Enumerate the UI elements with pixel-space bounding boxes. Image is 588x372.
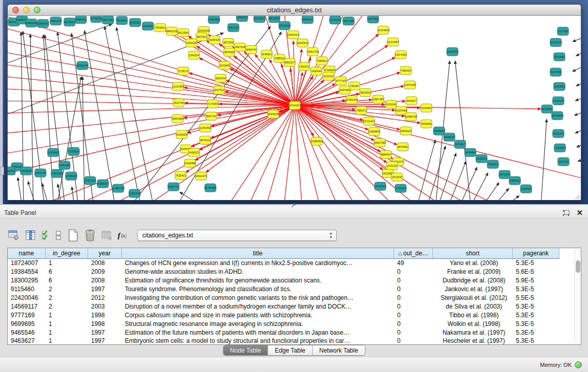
graph-node[interactable]: 8938928 xyxy=(444,133,455,141)
column-header-out_de[interactable]: △out_de… xyxy=(394,248,433,259)
table-row[interactable]: 2242004622012Investigating the contribut… xyxy=(8,294,574,302)
graph-node[interactable]: 12213589 xyxy=(172,82,184,91)
column-header-name[interactable]: name xyxy=(8,248,46,259)
graph-node[interactable]: 8466160 xyxy=(302,16,313,24)
graph-node[interactable]: 9777169 xyxy=(335,77,346,85)
graph-node[interactable]: 11451944 xyxy=(51,169,63,178)
graph-node[interactable]: 15278021 xyxy=(63,18,75,26)
float-panel-icon[interactable] xyxy=(562,210,570,216)
graph-node[interactable]: 10053237 xyxy=(129,18,141,27)
tab-edge-table[interactable]: Edge Table xyxy=(268,345,312,355)
graph-node[interactable]: 7955812 xyxy=(316,57,328,65)
graph-node[interactable]: 9699695 xyxy=(421,120,432,128)
graph-node[interactable]: 12444157 xyxy=(552,97,564,105)
graph-node[interactable]: 12505185 xyxy=(65,172,77,180)
zoom-button[interactable] xyxy=(34,7,40,13)
graph-node[interactable]: 7857224 xyxy=(228,24,239,32)
graph-node[interactable]: 19654923 xyxy=(400,127,411,135)
graph-node[interactable]: 16154808 xyxy=(377,26,389,34)
graph-node[interactable]: 8822037 xyxy=(284,58,295,67)
delete-table-button[interactable] xyxy=(100,229,114,242)
graph-node[interactable]: 18640910 xyxy=(296,39,308,47)
new-table-button[interactable] xyxy=(67,229,80,242)
graph-hub-node[interactable]: 18724007 xyxy=(289,101,300,110)
graph-node[interactable]: 17353924 xyxy=(68,147,79,156)
graph-node[interactable]: 2657682 xyxy=(367,16,379,23)
graph-node[interactable]: 9115460 xyxy=(421,104,432,112)
table-row[interactable]: 911546021997Tourette syndrome. Phenomeno… xyxy=(8,285,574,294)
graph-node[interactable]: 9329966 xyxy=(554,53,565,61)
graph-node[interactable]: 2867608 xyxy=(234,43,246,51)
graph-node[interactable]: 16807289 xyxy=(374,139,385,147)
graph-node[interactable]: 7170065 xyxy=(207,100,219,108)
graph-node[interactable]: 16648784 xyxy=(446,48,458,56)
graph-node[interactable]: 9827508 xyxy=(223,38,234,47)
tab-node-table[interactable]: Node Table xyxy=(223,345,268,355)
graph-node[interactable]: 10807487 xyxy=(372,95,384,103)
graph-node[interactable]: 19218506 xyxy=(278,21,290,30)
network-canvas[interactable]: 8915154240557242089140820691406105523371… xyxy=(8,16,581,200)
column-header-short[interactable]: short xyxy=(433,248,513,259)
graph-node[interactable]: 11156829 xyxy=(20,167,32,175)
graph-node[interactable]: 9242848 xyxy=(219,61,230,70)
column-header-pagerank[interactable]: pagerank xyxy=(513,248,559,259)
graph-node[interactable]: 12975185 xyxy=(404,81,416,89)
graph-node[interactable]: 1654335 xyxy=(186,39,197,47)
graph-node[interactable]: 19166825 xyxy=(176,130,187,139)
table-settings-button[interactable] xyxy=(7,229,20,242)
graph-node[interactable]: 2718176 xyxy=(178,67,189,75)
delete-button[interactable] xyxy=(83,229,97,242)
graph-node[interactable]: 6216049 xyxy=(385,100,397,108)
graph-node[interactable]: 9474444 xyxy=(465,148,476,157)
graph-node[interactable]: 16671352 xyxy=(102,16,114,24)
graph-node[interactable]: 7485063 xyxy=(400,67,411,75)
graph-node[interactable]: 9427512 xyxy=(213,86,225,94)
column-header-in_degree[interactable]: in_degree xyxy=(46,248,88,259)
graph-node[interactable]: 18300295 xyxy=(267,110,279,118)
graph-node[interactable]: 9457771 xyxy=(168,183,179,191)
graph-node[interactable]: 15720407 xyxy=(363,117,375,125)
graph-node[interactable]: 20891408 xyxy=(25,19,37,27)
graph-node[interactable]: 1733426 xyxy=(395,184,406,192)
graph-node[interactable]: 9884067 xyxy=(380,150,391,159)
graph-node[interactable]: 20053346 xyxy=(76,61,88,70)
table-row[interactable]: 1872400712008Changes of HCN gene express… xyxy=(8,259,574,268)
graph-node[interactable]: 8678334 xyxy=(200,136,211,144)
graph-node[interactable]: 15751074 xyxy=(550,38,561,47)
table-row[interactable]: 977716911998Corpus callosum shape and si… xyxy=(8,311,574,319)
select-columns-button[interactable] xyxy=(41,229,50,242)
tab-network-table[interactable]: Network Table xyxy=(312,345,365,355)
column-chooser-button[interactable] xyxy=(24,229,37,242)
graph-node[interactable]: 7515526 xyxy=(116,16,127,25)
graph-node[interactable]: 12942757 xyxy=(34,169,46,177)
graph-node[interactable]: 9498222 xyxy=(188,148,200,157)
graph-node[interactable]: 10025458 xyxy=(395,106,407,115)
graph-node[interactable]: 3991592 xyxy=(8,167,15,175)
graph-node[interactable]: 17016504 xyxy=(554,144,565,152)
close-button[interactable] xyxy=(12,7,19,13)
graph-node[interactable]: 12213987 xyxy=(387,38,399,46)
table-source-select[interactable]: citations_edges.txt ▲▼ xyxy=(137,230,337,241)
graph-node[interactable]: 1621022 xyxy=(323,72,334,80)
graph-node[interactable]: 13325419 xyxy=(287,31,299,39)
table-row[interactable]: 969969511998Structural magnetic resonanc… xyxy=(8,319,574,328)
graph-node[interactable]: 9245652 xyxy=(520,185,532,193)
graph-node[interactable]: 8267130 xyxy=(206,112,217,120)
graph-node[interactable]: 9975692 xyxy=(397,143,408,151)
graph-node[interactable]: 1362615 xyxy=(298,62,310,71)
minimize-button[interactable] xyxy=(23,7,30,13)
graph-node[interactable]: 1588520 xyxy=(274,54,285,62)
graph-node[interactable]: 16914479 xyxy=(195,172,207,180)
table-row[interactable]: 946554611997Estimation of the future num… xyxy=(8,328,574,337)
graph-node[interactable]: 20495758 xyxy=(405,113,417,121)
graph-node[interactable]: 19384554 xyxy=(311,137,322,145)
graph-node[interactable]: 1810755 xyxy=(173,99,184,107)
graph-node[interactable]: 9875685 xyxy=(224,48,235,56)
graph-node[interactable]: 9146821 xyxy=(261,50,272,58)
graph-node[interactable]: 16782759 xyxy=(112,184,124,192)
graph-node[interactable]: 9227349 xyxy=(550,68,561,76)
scrollbar-thumb[interactable] xyxy=(576,260,580,273)
graph-node[interactable]: 2342004 xyxy=(188,51,200,59)
graph-node[interactable]: 7986372 xyxy=(356,106,367,115)
graph-node[interactable]: 16961758 xyxy=(307,48,318,56)
